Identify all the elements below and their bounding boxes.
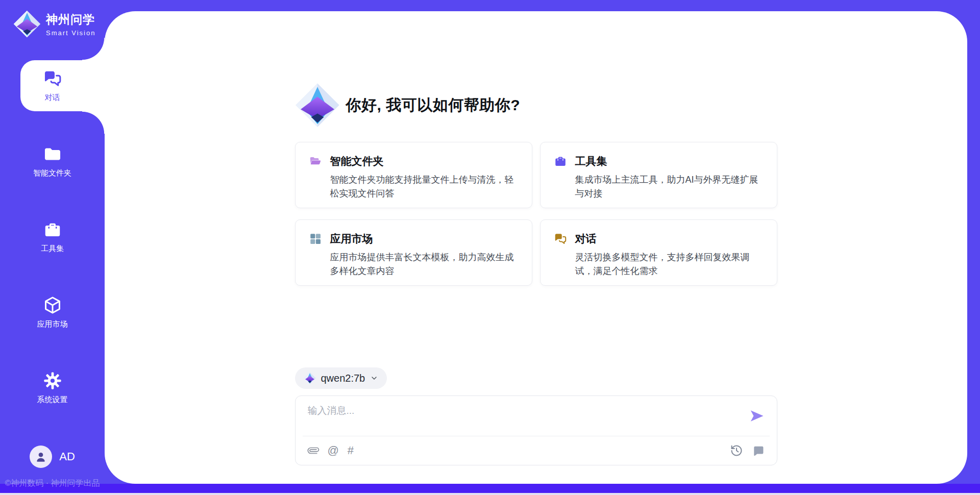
chat-icon: [554, 232, 567, 245]
sidebar: 神州问学 Smart Vision 对话 智能文件夹 工具集 应用市场 系统设置: [0, 0, 105, 495]
card-toolset[interactable]: 工具集 集成市场上主流工具，助力AI与外界无缝扩展与对接: [540, 142, 777, 208]
horizontal-scrollbar[interactable]: [0, 493, 980, 495]
comment-icon[interactable]: [752, 444, 765, 457]
sidebar-item-label: 工具集: [41, 244, 64, 254]
greeting-block: 你好, 我可以如何帮助你?: [295, 83, 777, 128]
main-panel: 你好, 我可以如何帮助你? 智能文件夹 智能文件夹功能支持批量文件上传与清洗，轻…: [105, 11, 967, 484]
brand-diamond-icon: [13, 10, 41, 38]
card-title: 应用市场: [330, 232, 373, 246]
grid-icon: [309, 232, 322, 245]
folder-open-icon: [309, 155, 322, 168]
active-tab-background: [20, 60, 105, 111]
card-description: 集成市场上主流工具，助力AI与外界无缝扩展与对接: [575, 173, 764, 201]
brand-diamond-icon: [295, 83, 340, 128]
cube-icon: [43, 295, 62, 315]
toolbox-icon: [43, 220, 62, 239]
card-description: 灵活切换多模型文件，支持多样回复效果调试，满足个性化需求: [575, 251, 764, 278]
brand: 神州问学 Smart Vision: [0, 0, 105, 38]
sidebar-item-label: 应用市场: [37, 319, 68, 329]
card-title: 工具集: [575, 154, 607, 168]
main-content: 你好, 我可以如何帮助你? 智能文件夹 智能文件夹功能支持批量文件上传与清洗，轻…: [295, 11, 777, 465]
sidebar-item-label: 系统设置: [37, 395, 68, 405]
chevron-down-icon: [370, 374, 378, 382]
card-description: 智能文件夹功能支持批量文件上传与清洗，轻松实现文件问答: [330, 173, 519, 201]
message-composer: @ #: [295, 395, 777, 465]
user-account[interactable]: AD: [30, 445, 75, 468]
bottom-accent-bar: [0, 484, 980, 493]
sidebar-item-toolset[interactable]: 工具集: [0, 211, 105, 262]
card-smart-folder[interactable]: 智能文件夹 智能文件夹功能支持批量文件上传与清洗，轻松实现文件问答: [295, 142, 532, 208]
mention-icon[interactable]: @: [328, 445, 339, 456]
sidebar-item-app-market[interactable]: 应用市场: [0, 287, 105, 338]
brand-name: 神州问学: [46, 12, 95, 28]
model-name: qwen2:7b: [321, 373, 365, 384]
send-icon[interactable]: [749, 408, 765, 424]
person-icon: [34, 450, 48, 464]
card-description: 应用市场提供丰富长文本模板，助力高效生成多样化文章内容: [330, 251, 519, 278]
brand-diamond-icon: [304, 372, 316, 384]
paperclip-icon[interactable]: [305, 442, 321, 458]
chat-icon: [43, 69, 62, 88]
history-icon[interactable]: [730, 444, 743, 457]
card-app-market[interactable]: 应用市场 应用市场提供丰富长文本模板，助力高效生成多样化文章内容: [295, 219, 532, 286]
card-chat[interactable]: 对话 灵活切换多模型文件，支持多样回复效果调试，满足个性化需求: [540, 219, 777, 286]
sidebar-nav: 对话 智能文件夹 工具集 应用市场 系统设置: [0, 60, 105, 438]
hash-icon[interactable]: #: [348, 445, 354, 456]
card-title: 对话: [575, 232, 597, 246]
card-title: 智能文件夹: [330, 154, 384, 168]
user-name: AD: [59, 450, 75, 463]
sidebar-item-smart-folder[interactable]: 智能文件夹: [0, 136, 105, 187]
feature-cards: 智能文件夹 智能文件夹功能支持批量文件上传与清洗，轻松实现文件问答 工具集 集成…: [295, 142, 777, 286]
avatar: [30, 445, 52, 468]
sidebar-item-chat[interactable]: 对话: [0, 60, 105, 111]
composer-toolbar: @ #: [308, 436, 765, 465]
model-selector[interactable]: qwen2:7b: [295, 367, 387, 389]
sidebar-item-settings[interactable]: 系统设置: [0, 362, 105, 413]
brand-subtitle: Smart Vision: [46, 29, 95, 37]
folder-icon: [43, 144, 62, 164]
copyright: ©神州数码 · 神州问学出品: [5, 478, 100, 489]
sidebar-item-label: 对话: [45, 93, 60, 103]
sidebar-item-label: 智能文件夹: [33, 168, 71, 178]
gear-icon: [43, 371, 62, 390]
message-input[interactable]: [308, 404, 737, 431]
greeting-title: 你好, 我可以如何帮助你?: [346, 95, 521, 116]
toolbox-icon: [554, 155, 567, 168]
